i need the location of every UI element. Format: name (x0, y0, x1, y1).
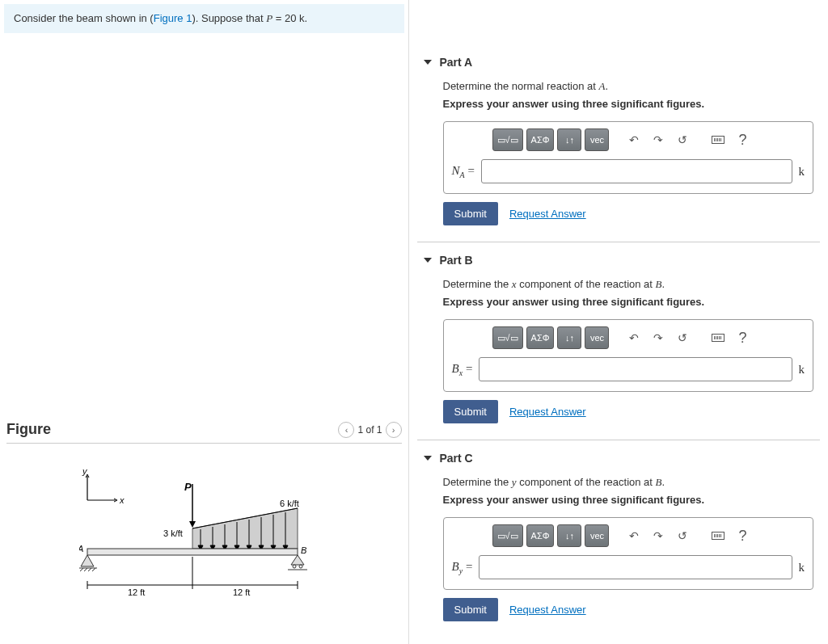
keyboard-button[interactable] (708, 129, 729, 150)
keyboard-button[interactable] (708, 327, 729, 348)
tool-greek-button[interactable]: ΑΣΦ (526, 524, 555, 547)
part-c-request-answer-link[interactable]: Request Answer (509, 604, 586, 616)
part-a-title: Part A (440, 56, 473, 69)
part-a: Part A Determine the normal reaction at … (417, 44, 821, 225)
svg-line-32 (88, 568, 91, 571)
redo-button[interactable]: ↷ (648, 129, 669, 150)
part-c-instruction: Express your answer using three signific… (443, 494, 814, 506)
reset-button[interactable]: ↺ (672, 327, 693, 348)
part-a-request-answer-link[interactable]: Request Answer (509, 208, 586, 220)
eq-toolbar: ▭√▭ ΑΣΦ ↓↑ vec ↶ ↷ ↺ ? (452, 326, 805, 349)
tool-vec-button[interactable]: vec (585, 524, 609, 547)
part-c: Part C Determine the y component of the … (417, 440, 821, 621)
support-A-label: A (79, 544, 83, 554)
part-a-unit: k (799, 165, 805, 179)
part-b-answer-input[interactable] (479, 357, 792, 381)
problem-statement: Consider the beam shown in (Figure 1). S… (4, 4, 404, 33)
part-a-prompt: Determine the normal reaction at A. (443, 80, 814, 93)
pager-label: 1 of 1 (357, 424, 382, 436)
tool-vec-button[interactable]: vec (585, 326, 609, 349)
svg-point-36 (299, 565, 302, 568)
part-b-prompt: Determine the x component of the reactio… (443, 278, 814, 291)
svg-marker-8 (192, 508, 298, 549)
tool-templates-button[interactable]: ▭√▭ (492, 326, 523, 349)
tool-arrows-button[interactable]: ↓↑ (557, 128, 581, 151)
part-b-unit: k (799, 363, 805, 377)
undo-button[interactable]: ↶ (623, 525, 644, 546)
collapse-toggle-icon[interactable] (424, 258, 432, 263)
pager-prev-button[interactable]: ‹ (338, 422, 354, 438)
tool-templates-button[interactable]: ▭√▭ (492, 128, 523, 151)
keyboard-icon (712, 136, 724, 144)
part-b-submit-button[interactable]: Submit (443, 400, 498, 423)
help-button[interactable]: ? (732, 129, 753, 150)
figure-block: Figure ‹ 1 of 1 › y x P (0, 421, 408, 616)
undo-button[interactable]: ↶ (623, 327, 644, 348)
tool-arrows-button[interactable]: ↓↑ (557, 524, 581, 547)
svg-marker-34 (291, 555, 304, 565)
tool-vec-button[interactable]: vec (585, 128, 609, 151)
axis-x-label: x (119, 495, 125, 505)
var-P: P (266, 12, 272, 24)
stmt-prefix: Consider the beam shown in ( (14, 12, 154, 24)
figure-link[interactable]: Figure 1 (154, 12, 192, 24)
part-a-submit-button[interactable]: Submit (443, 202, 498, 225)
svg-line-31 (84, 568, 87, 571)
svg-marker-7 (189, 521, 196, 528)
tool-greek-button[interactable]: ΑΣΦ (526, 326, 555, 349)
part-b-request-answer-link[interactable]: Request Answer (509, 406, 586, 418)
part-b-var-label: Bx = (452, 362, 473, 377)
load-left-label: 3 k/ft (163, 528, 183, 538)
svg-line-33 (92, 568, 95, 571)
keyboard-icon (712, 334, 724, 342)
part-c-answer-input[interactable] (479, 555, 792, 579)
keyboard-icon (712, 532, 724, 540)
left-panel: Consider the beam shown in (Figure 1). S… (0, 0, 408, 644)
pager-next-button[interactable]: › (386, 422, 402, 438)
part-c-unit: k (799, 561, 805, 575)
part-c-prompt: Determine the y component of the reactio… (443, 476, 814, 489)
reset-button[interactable]: ↺ (672, 525, 693, 546)
load-right-label: 6 k/ft (280, 499, 299, 508)
part-b-instruction: Express your answer using three signific… (443, 296, 814, 308)
help-button[interactable]: ? (732, 327, 753, 348)
beam-diagram: y x P (79, 468, 322, 605)
figure-pager: ‹ 1 of 1 › (338, 422, 401, 438)
stmt-suffix: ). Suppose that (192, 12, 266, 24)
tool-arrows-button[interactable]: ↓↑ (557, 326, 581, 349)
part-a-answer-box: ▭√▭ ΑΣΦ ↓↑ vec ↶ ↷ ↺ ? NA = k (443, 121, 814, 194)
part-c-title: Part C (440, 452, 473, 465)
reset-button[interactable]: ↺ (672, 129, 693, 150)
part-c-var-label: By = (452, 560, 473, 575)
part-a-instruction: Express your answer using three signific… (443, 98, 814, 110)
figure-header: Figure ‹ 1 of 1 › (6, 421, 402, 444)
keyboard-button[interactable] (708, 525, 729, 546)
eq-toolbar: ▭√▭ ΑΣΦ ↓↑ vec ↶ ↷ ↺ ? (452, 128, 805, 151)
eq-toolbar: ▭√▭ ΑΣΦ ↓↑ vec ↶ ↷ ↺ ? (452, 524, 805, 547)
part-a-var-label: NA = (452, 164, 475, 179)
svg-point-35 (293, 565, 296, 568)
collapse-toggle-icon[interactable] (424, 60, 432, 65)
span-right-label: 12 ft (233, 587, 250, 597)
tool-greek-button[interactable]: ΑΣΦ (526, 128, 555, 151)
collapse-toggle-icon[interactable] (424, 456, 432, 461)
part-b-title: Part B (440, 254, 473, 267)
redo-button[interactable]: ↷ (648, 327, 669, 348)
svg-line-30 (80, 568, 83, 571)
help-button[interactable]: ? (732, 525, 753, 546)
figure-heading: Figure (6, 421, 51, 438)
support-B-label: B (301, 545, 306, 555)
undo-button[interactable]: ↶ (623, 129, 644, 150)
part-a-answer-input[interactable] (481, 159, 792, 183)
part-c-answer-box: ▭√▭ ΑΣΦ ↓↑ vec ↶ ↷ ↺ ? By = k (443, 517, 814, 590)
part-c-submit-button[interactable]: Submit (443, 598, 498, 621)
part-b: Part B Determine the x component of the … (417, 242, 821, 423)
right-panel: Part A Determine the normal reaction at … (409, 0, 829, 644)
load-P-label: P (184, 481, 192, 493)
redo-button[interactable]: ↷ (648, 525, 669, 546)
svg-marker-27 (81, 555, 94, 566)
svg-rect-26 (87, 549, 298, 555)
part-b-answer-box: ▭√▭ ΑΣΦ ↓↑ vec ↶ ↷ ↺ ? Bx = k (443, 319, 814, 392)
stmt-eq: = 20 k. (272, 12, 307, 24)
tool-templates-button[interactable]: ▭√▭ (492, 524, 523, 547)
